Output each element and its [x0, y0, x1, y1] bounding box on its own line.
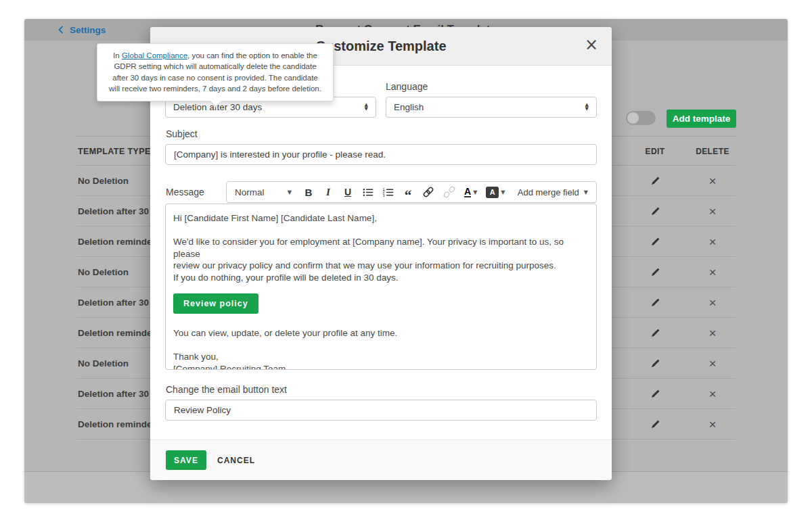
toggle-knob: [627, 112, 639, 124]
pencil-icon: [650, 389, 660, 399]
subject-label: Subject: [166, 128, 198, 139]
ordered-list-icon: 123: [382, 187, 394, 198]
bullet-list-icon: [362, 187, 374, 198]
tooltip-arrow-fill: [210, 100, 222, 106]
language-label: Language: [386, 81, 428, 92]
delete-button[interactable]: ×: [689, 166, 736, 196]
select-arrows-icon: ▲▼: [365, 103, 368, 111]
edit-header: EDIT: [631, 137, 679, 166]
button-text-input[interactable]: [165, 400, 597, 421]
global-compliance-link[interactable]: Global Compliance: [122, 51, 187, 60]
blockquote-button[interactable]: “: [403, 185, 413, 199]
pencil-icon: [650, 419, 660, 429]
message-greeting: Hi [Candidate First Name] [Candidate Las…: [173, 212, 589, 224]
review-policy-button[interactable]: Review policy: [173, 293, 258, 314]
edit-button[interactable]: [631, 348, 679, 379]
add-merge-field-dropdown[interactable]: Add merge field ▼: [518, 187, 588, 197]
modal-footer: SAVE CANCEL: [150, 440, 612, 480]
pencil-icon: [650, 328, 660, 338]
unlink-button[interactable]: [443, 185, 455, 199]
template-toggle[interactable]: [626, 111, 656, 125]
caret-down-icon: ▼: [288, 189, 292, 195]
delete-button[interactable]: ×: [689, 379, 736, 409]
pencil-icon: [650, 237, 660, 247]
add-template-button[interactable]: Add template: [667, 110, 736, 128]
edit-button[interactable]: [631, 318, 679, 348]
select-arrows-icon: ▲▼: [585, 103, 589, 111]
text-color-button[interactable]: A ▼: [464, 187, 477, 198]
link-icon: [422, 186, 434, 198]
pencil-icon: [650, 358, 660, 369]
template-type-cell: No Deletion: [78, 348, 129, 379]
italic-button[interactable]: I: [323, 185, 334, 199]
edit-button[interactable]: [631, 379, 679, 409]
link-button[interactable]: [422, 185, 434, 199]
gdpr-tooltip: In Global Compliance, you can find the o…: [97, 43, 334, 101]
delete-button[interactable]: ×: [689, 257, 736, 287]
button-text-label: Change the email button text: [166, 384, 287, 395]
template-type-cell: No Deletion: [78, 257, 129, 287]
message-line: You can view, update, or delete your pro…: [173, 327, 589, 339]
editor-toolbar: Normal ▼ B I U 123 “ A ▼: [226, 181, 597, 203]
delete-button[interactable]: ×: [689, 227, 736, 257]
caret-down-icon: ▼: [584, 189, 588, 195]
pencil-icon: [650, 267, 660, 277]
message-editor[interactable]: Hi [Candidate First Name] [Candidate Las…: [165, 204, 597, 370]
screen: Settings Request Consent Email Template …: [0, 0, 812, 522]
close-icon[interactable]: ×: [585, 37, 598, 53]
save-button[interactable]: SAVE: [166, 450, 206, 470]
text-color-icon: A: [464, 187, 471, 198]
template-type-cell: Deletion reminders: [78, 318, 160, 348]
template-type-cell: No Deletion: [78, 166, 129, 196]
edit-button[interactable]: [631, 409, 679, 440]
paragraph-style-dropdown[interactable]: Normal ▼: [235, 187, 292, 197]
delete-button[interactable]: ×: [689, 287, 736, 318]
svg-text:3: 3: [382, 193, 384, 197]
cancel-button[interactable]: CANCEL: [217, 450, 255, 470]
tooltip-text-prefix: In: [113, 51, 122, 60]
pencil-icon: [650, 298, 660, 308]
edit-button[interactable]: [631, 287, 679, 318]
caret-down-icon: ▼: [473, 189, 477, 195]
language-select[interactable]: English ▲▼: [386, 97, 597, 118]
bullet-list-button[interactable]: [362, 185, 374, 199]
template-type-cell: Deletion reminders: [78, 227, 160, 257]
background-color-icon: A: [486, 187, 499, 198]
ordered-list-button[interactable]: 123: [382, 185, 394, 199]
message-label: Message: [166, 187, 204, 197]
edit-button[interactable]: [631, 257, 679, 287]
delete-button[interactable]: ×: [689, 196, 736, 227]
modal-title: Customize Template: [316, 39, 447, 54]
style-dropdown-value: Normal: [235, 187, 265, 197]
template-type-header: TEMPLATE TYPE: [78, 137, 151, 166]
bold-button[interactable]: B: [303, 185, 314, 199]
background-color-button[interactable]: A ▼: [486, 187, 505, 198]
delete-button[interactable]: ×: [689, 409, 736, 440]
caret-down-icon: ▼: [501, 189, 505, 195]
merge-field-label: Add merge field: [518, 187, 579, 197]
edit-button[interactable]: [631, 227, 679, 257]
delete-header: DELETE: [689, 137, 736, 166]
underline-button[interactable]: U: [342, 185, 353, 199]
language-select-value: English: [394, 102, 424, 112]
message-body: We'd like to consider you for employment…: [173, 236, 589, 284]
delete-button[interactable]: ×: [689, 318, 736, 348]
edit-button[interactable]: [631, 166, 679, 196]
unlink-icon: [443, 186, 455, 198]
pencil-icon: [650, 206, 660, 216]
template-type-cell: Deletion reminders: [78, 409, 160, 440]
message-closing: Thank you, [Company] Recruiting Team: [173, 351, 589, 370]
delete-button[interactable]: ×: [689, 348, 736, 379]
subject-input[interactable]: [165, 144, 597, 165]
pencil-icon: [650, 176, 660, 186]
edit-button[interactable]: [631, 196, 679, 227]
